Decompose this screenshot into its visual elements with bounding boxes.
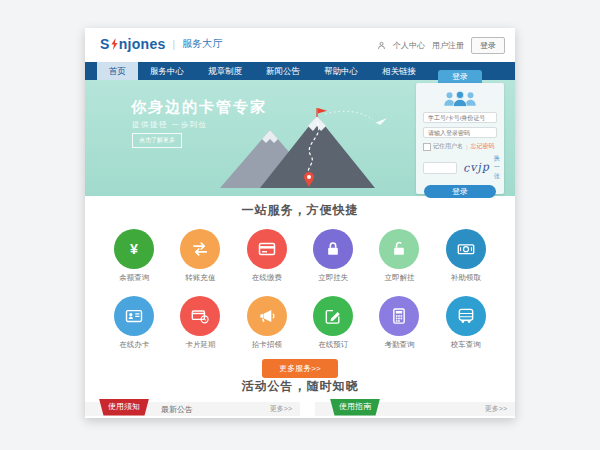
- service-label: 转账充值: [167, 273, 233, 283]
- hero-subtitle: 提供捷径 一步到位: [132, 120, 208, 130]
- logo-divider: |: [173, 39, 176, 50]
- users-group-icon: [442, 90, 478, 108]
- logo-text-suffix: njones: [119, 36, 166, 52]
- left-more-link[interactable]: 更多>>: [270, 404, 292, 414]
- service-label: 考勤查询: [366, 340, 432, 350]
- options-separator: |: [466, 144, 468, 150]
- user-icon: [377, 41, 386, 50]
- account-input[interactable]: [423, 112, 497, 123]
- login-options-row: 记住用户名 | 忘记密码: [423, 142, 497, 151]
- service-label: 补助领取: [433, 273, 499, 283]
- remember-checkbox[interactable]: [423, 143, 431, 151]
- captcha-row: cvjp 换一张: [423, 154, 497, 181]
- service-item[interactable]: 立即解挂: [366, 229, 432, 283]
- nav-item-4[interactable]: 帮助中心: [312, 62, 370, 80]
- service-label: 在线办卡: [101, 340, 167, 350]
- forgot-password-link[interactable]: 忘记密码: [471, 142, 495, 151]
- left-tab-bar: 使用须知 最新公告 更多>>: [85, 402, 300, 416]
- lightning-bolt-icon: [111, 38, 118, 50]
- megaphone-icon: [247, 296, 287, 336]
- card-renew-icon: [180, 296, 220, 336]
- tab-usage-notice[interactable]: 使用须知: [99, 399, 149, 416]
- announcement-tabs-row: 使用须知 最新公告 更多>> 使用指南 更多>>: [85, 402, 515, 416]
- service-label: 在线预订: [300, 340, 366, 350]
- transfer-icon: [180, 229, 220, 269]
- bus-icon: [446, 296, 486, 336]
- nav-item-1[interactable]: 服务中心: [138, 62, 196, 80]
- service-item[interactable]: 在线办卡: [101, 296, 167, 350]
- service-label: 余额查询: [101, 273, 167, 283]
- right-more-link[interactable]: 更多>>: [485, 404, 507, 414]
- remember-label: 记住用户名: [433, 142, 463, 151]
- tab-latest-news[interactable]: 最新公告: [161, 404, 193, 415]
- captcha-input[interactable]: [423, 162, 457, 174]
- announcements-section: 活动公告，随时知晓 使用须知 最新公告 更多>> 使用指南 更多>>: [85, 372, 515, 416]
- banknote-icon: [446, 229, 486, 269]
- service-label: 立即挂失: [300, 273, 366, 283]
- login-tab[interactable]: 登录: [438, 70, 482, 83]
- captcha-image[interactable]: cvjp: [463, 160, 490, 174]
- right-tab-bar: 使用指南 更多>>: [315, 402, 515, 416]
- nav-item-2[interactable]: 规章制度: [196, 62, 254, 80]
- service-label: 在线缴费: [234, 273, 300, 283]
- unlock-icon: [379, 229, 419, 269]
- nav-item-3[interactable]: 新闻公告: [254, 62, 312, 80]
- nav-item-0[interactable]: 首页: [97, 62, 138, 80]
- service-label: 立即解挂: [366, 273, 432, 283]
- lock-icon: [313, 229, 353, 269]
- service-item[interactable]: 转账充值: [167, 229, 233, 283]
- service-item[interactable]: 卡片延期: [167, 296, 233, 350]
- service-item[interactable]: 考勤查询: [366, 296, 432, 350]
- header-login-button[interactable]: 登录: [471, 37, 505, 54]
- id-card-icon: [114, 296, 154, 336]
- service-item[interactable]: 余额查询: [101, 229, 167, 283]
- service-label: 卡片延期: [167, 340, 233, 350]
- service-item[interactable]: 在线预订: [300, 296, 366, 350]
- service-label: 拾卡招领: [234, 340, 300, 350]
- mountain-illustration: [205, 108, 405, 188]
- service-item[interactable]: 拾卡招领: [234, 296, 300, 350]
- yen-icon: [114, 229, 154, 269]
- site-name: 服务大厅: [182, 37, 222, 51]
- logo[interactable]: S njones | 服务大厅: [100, 36, 222, 52]
- service-item[interactable]: 在线缴费: [234, 229, 300, 283]
- header-actions: 个人中心 用户注册 登录: [377, 37, 505, 54]
- service-item[interactable]: 立即挂失: [300, 229, 366, 283]
- announcements-title: 活动公告，随时知晓: [85, 372, 515, 395]
- bank-card-icon: [247, 229, 287, 269]
- login-form: 记住用户名 | 忘记密码 cvjp 换一张 登录: [416, 83, 504, 194]
- user-register-link[interactable]: 用户注册: [432, 40, 464, 51]
- services-grid: 余额查询转账充值在线缴费立即挂失立即解挂补助领取在线办卡卡片延期拾卡招领在线预订…: [85, 229, 515, 350]
- edit-icon: [313, 296, 353, 336]
- service-label: 校车查询: [433, 340, 499, 350]
- login-submit-button[interactable]: 登录: [424, 185, 496, 198]
- logo-text-prefix: S: [100, 36, 110, 52]
- tab-usage-guide[interactable]: 使用指南: [330, 399, 380, 416]
- calculator-icon: [379, 296, 419, 336]
- personal-center-link[interactable]: 个人中心: [393, 40, 425, 51]
- service-item[interactable]: 校车查询: [433, 296, 499, 350]
- top-header: S njones | 服务大厅 个人中心 用户注册 登录: [85, 28, 515, 62]
- password-input[interactable]: [423, 127, 497, 138]
- site-page: S njones | 服务大厅 个人中心 用户注册 登录 首页服务中心规章制度新…: [85, 28, 515, 418]
- hero-cta-button[interactable]: 点击了解更多: [132, 133, 182, 148]
- captcha-refresh-link[interactable]: 换一张: [494, 154, 500, 181]
- services-title: 一站服务，方便快捷: [85, 196, 515, 219]
- services-section: 一站服务，方便快捷 余额查询转账充值在线缴费立即挂失立即解挂补助领取在线办卡卡片…: [85, 196, 515, 378]
- login-panel: 登录 记住用户名 | 忘记密码 cvjp: [416, 70, 504, 194]
- service-item[interactable]: 补助领取: [433, 229, 499, 283]
